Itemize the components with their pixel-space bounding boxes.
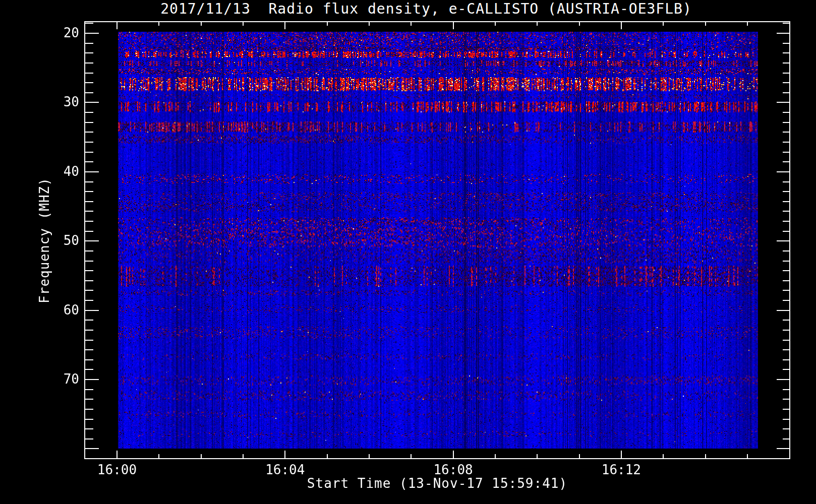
y-tick-label: 60 bbox=[0, 302, 79, 318]
y-tick-label: 20 bbox=[0, 25, 79, 40]
x-axis-title: Start Time (13-Nov-17 15:59:41) bbox=[307, 476, 567, 491]
x-tick-label: 16:00 bbox=[97, 462, 137, 477]
y-tick-label: 30 bbox=[0, 94, 79, 109]
x-tick-label: 16:08 bbox=[433, 462, 473, 477]
x-tick-label: 16:12 bbox=[602, 462, 641, 477]
axis-frame-and-ticks bbox=[0, 0, 816, 504]
y-tick-label: 70 bbox=[0, 371, 79, 387]
callisto-spectrogram-screen: 2017/11/13 Radio flux density, e-CALLIST… bbox=[0, 0, 816, 504]
y-tick-label: 50 bbox=[0, 233, 79, 248]
x-tick-label: 16:04 bbox=[265, 462, 305, 477]
y-tick-label: 40 bbox=[0, 164, 79, 179]
